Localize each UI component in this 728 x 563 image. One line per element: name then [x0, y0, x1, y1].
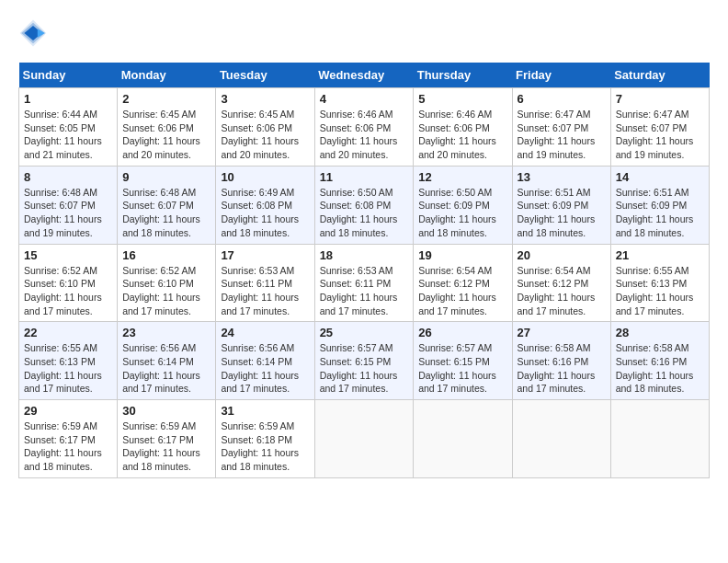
logo-icon [18, 18, 48, 48]
calendar-cell [414, 400, 512, 478]
calendar-cell: 5Sunrise: 6:46 AM Sunset: 6:06 PM Daylig… [414, 88, 512, 167]
day-info: Sunrise: 6:52 AM Sunset: 6:10 PM Dayligh… [24, 264, 112, 318]
day-info: Sunrise: 6:55 AM Sunset: 6:13 PM Dayligh… [24, 341, 112, 396]
calendar-cell: 26Sunrise: 6:57 AM Sunset: 6:15 PM Dayli… [414, 322, 512, 400]
day-info: Sunrise: 6:59 AM Sunset: 6:17 PM Dayligh… [24, 419, 112, 474]
day-number: 15 [24, 248, 112, 262]
day-number: 21 [616, 248, 704, 262]
calendar-cell [314, 400, 414, 478]
calendar-cell: 24Sunrise: 6:56 AM Sunset: 6:14 PM Dayli… [216, 322, 314, 400]
calendar-cell: 11Sunrise: 6:50 AM Sunset: 6:08 PM Dayli… [314, 166, 414, 244]
day-number: 8 [24, 170, 112, 184]
calendar-cell: 7Sunrise: 6:47 AM Sunset: 6:07 PM Daylig… [610, 88, 709, 167]
day-number: 24 [221, 326, 309, 339]
day-info: Sunrise: 6:58 AM Sunset: 6:16 PM Dayligh… [518, 341, 606, 396]
calendar-cell: 31Sunrise: 6:59 AM Sunset: 6:18 PM Dayli… [216, 400, 314, 478]
day-info: Sunrise: 6:57 AM Sunset: 6:15 PM Dayligh… [418, 341, 506, 396]
day-info: Sunrise: 6:51 AM Sunset: 6:09 PM Dayligh… [518, 186, 606, 240]
calendar-cell: 8Sunrise: 6:48 AM Sunset: 6:07 PM Daylig… [19, 166, 118, 244]
day-number: 20 [518, 248, 606, 262]
day-info: Sunrise: 6:47 AM Sunset: 6:07 PM Dayligh… [616, 108, 704, 162]
day-number: 7 [616, 92, 704, 106]
day-number: 30 [122, 404, 210, 418]
day-number: 29 [24, 404, 112, 418]
calendar-week-row: 29Sunrise: 6:59 AM Sunset: 6:17 PM Dayli… [19, 400, 710, 478]
day-number: 12 [418, 170, 506, 184]
day-info: Sunrise: 6:59 AM Sunset: 6:17 PM Dayligh… [122, 419, 210, 474]
calendar-cell: 29Sunrise: 6:59 AM Sunset: 6:17 PM Dayli… [19, 400, 118, 478]
day-info: Sunrise: 6:50 AM Sunset: 6:09 PM Dayligh… [418, 186, 506, 240]
weekday-header-thursday: Thursday [414, 63, 512, 88]
day-info: Sunrise: 6:46 AM Sunset: 6:06 PM Dayligh… [320, 108, 409, 162]
day-number: 26 [418, 326, 506, 339]
calendar-cell: 10Sunrise: 6:49 AM Sunset: 6:08 PM Dayli… [216, 166, 314, 244]
calendar-week-row: 22Sunrise: 6:55 AM Sunset: 6:13 PM Dayli… [19, 322, 710, 400]
calendar-cell: 21Sunrise: 6:55 AM Sunset: 6:13 PM Dayli… [610, 244, 709, 322]
day-number: 23 [122, 326, 210, 339]
calendar-header-row: SundayMondayTuesdayWednesdayThursdayFrid… [19, 63, 710, 88]
day-info: Sunrise: 6:56 AM Sunset: 6:14 PM Dayligh… [221, 341, 309, 396]
day-number: 19 [418, 248, 506, 262]
calendar-table: SundayMondayTuesdayWednesdayThursdayFrid… [18, 63, 710, 478]
calendar-cell: 3Sunrise: 6:45 AM Sunset: 6:06 PM Daylig… [216, 88, 314, 167]
weekday-header-monday: Monday [118, 63, 216, 88]
day-number: 14 [616, 170, 704, 184]
day-number: 17 [221, 248, 309, 262]
calendar-cell: 9Sunrise: 6:48 AM Sunset: 6:07 PM Daylig… [118, 166, 216, 244]
day-number: 13 [518, 170, 606, 184]
day-info: Sunrise: 6:50 AM Sunset: 6:08 PM Dayligh… [320, 186, 409, 240]
weekday-header-saturday: Saturday [610, 63, 709, 88]
calendar-cell: 1Sunrise: 6:44 AM Sunset: 6:05 PM Daylig… [19, 88, 118, 167]
calendar-week-row: 1Sunrise: 6:44 AM Sunset: 6:05 PM Daylig… [19, 88, 710, 167]
calendar-cell: 25Sunrise: 6:57 AM Sunset: 6:15 PM Dayli… [314, 322, 414, 400]
calendar-cell: 18Sunrise: 6:53 AM Sunset: 6:11 PM Dayli… [314, 244, 414, 322]
page-header [18, 18, 710, 48]
weekday-header-friday: Friday [512, 63, 610, 88]
day-number: 5 [418, 92, 506, 106]
calendar-cell: 20Sunrise: 6:54 AM Sunset: 6:12 PM Dayli… [512, 244, 610, 322]
day-number: 18 [320, 248, 409, 262]
weekday-header-sunday: Sunday [19, 63, 118, 88]
weekday-header-tuesday: Tuesday [216, 63, 314, 88]
calendar-cell: 15Sunrise: 6:52 AM Sunset: 6:10 PM Dayli… [19, 244, 118, 322]
calendar-cell: 17Sunrise: 6:53 AM Sunset: 6:11 PM Dayli… [216, 244, 314, 322]
weekday-header-wednesday: Wednesday [314, 63, 414, 88]
calendar-cell: 23Sunrise: 6:56 AM Sunset: 6:14 PM Dayli… [118, 322, 216, 400]
calendar-cell: 28Sunrise: 6:58 AM Sunset: 6:16 PM Dayli… [610, 322, 709, 400]
day-info: Sunrise: 6:54 AM Sunset: 6:12 PM Dayligh… [418, 264, 506, 318]
day-info: Sunrise: 6:46 AM Sunset: 6:06 PM Dayligh… [418, 108, 506, 162]
day-number: 28 [616, 326, 704, 339]
day-number: 16 [122, 248, 210, 262]
day-number: 11 [320, 170, 409, 184]
calendar-body: 1Sunrise: 6:44 AM Sunset: 6:05 PM Daylig… [19, 88, 710, 478]
calendar-cell [610, 400, 709, 478]
day-info: Sunrise: 6:53 AM Sunset: 6:11 PM Dayligh… [221, 264, 309, 318]
calendar-cell [512, 400, 610, 478]
day-info: Sunrise: 6:52 AM Sunset: 6:10 PM Dayligh… [122, 264, 210, 318]
day-number: 10 [221, 170, 309, 184]
calendar-cell: 30Sunrise: 6:59 AM Sunset: 6:17 PM Dayli… [118, 400, 216, 478]
calendar-cell: 2Sunrise: 6:45 AM Sunset: 6:06 PM Daylig… [118, 88, 216, 167]
day-number: 9 [122, 170, 210, 184]
day-info: Sunrise: 6:49 AM Sunset: 6:08 PM Dayligh… [221, 186, 309, 240]
day-info: Sunrise: 6:54 AM Sunset: 6:12 PM Dayligh… [518, 264, 606, 318]
calendar-cell: 22Sunrise: 6:55 AM Sunset: 6:13 PM Dayli… [19, 322, 118, 400]
day-number: 22 [24, 326, 112, 339]
day-number: 27 [518, 326, 606, 339]
day-number: 4 [320, 92, 409, 106]
day-number: 6 [518, 92, 606, 106]
day-info: Sunrise: 6:47 AM Sunset: 6:07 PM Dayligh… [518, 108, 606, 162]
day-info: Sunrise: 6:56 AM Sunset: 6:14 PM Dayligh… [122, 341, 210, 396]
calendar-week-row: 15Sunrise: 6:52 AM Sunset: 6:10 PM Dayli… [19, 244, 710, 322]
day-number: 2 [122, 92, 210, 106]
calendar-cell: 16Sunrise: 6:52 AM Sunset: 6:10 PM Dayli… [118, 244, 216, 322]
day-info: Sunrise: 6:57 AM Sunset: 6:15 PM Dayligh… [320, 341, 409, 396]
day-info: Sunrise: 6:59 AM Sunset: 6:18 PM Dayligh… [221, 419, 309, 474]
day-number: 1 [24, 92, 112, 106]
calendar-cell: 19Sunrise: 6:54 AM Sunset: 6:12 PM Dayli… [414, 244, 512, 322]
calendar-week-row: 8Sunrise: 6:48 AM Sunset: 6:07 PM Daylig… [19, 166, 710, 244]
logo [18, 18, 51, 48]
day-info: Sunrise: 6:53 AM Sunset: 6:11 PM Dayligh… [320, 264, 409, 318]
day-number: 31 [221, 404, 309, 418]
day-info: Sunrise: 6:44 AM Sunset: 6:05 PM Dayligh… [24, 108, 112, 162]
